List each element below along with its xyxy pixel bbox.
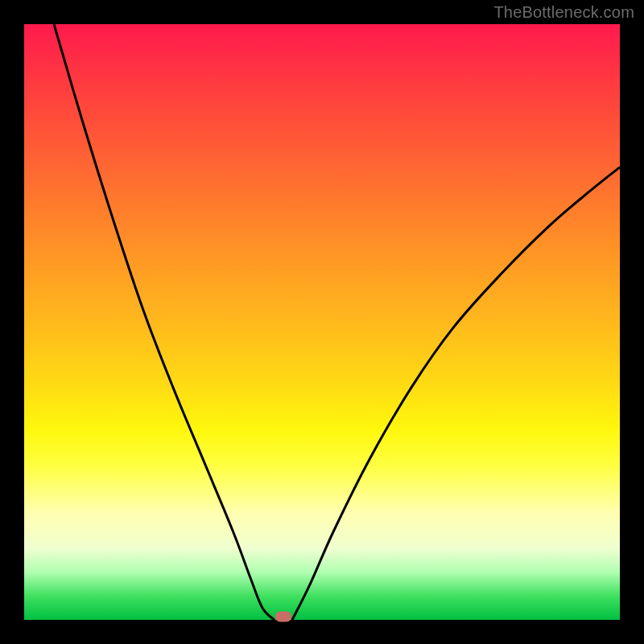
optimum-marker bbox=[275, 612, 291, 622]
plot-area bbox=[24, 24, 620, 620]
bottleneck-curve bbox=[24, 24, 620, 620]
curve-left-branch bbox=[54, 24, 275, 620]
curve-right-branch bbox=[292, 167, 620, 620]
watermark-text: TheBottleneck.com bbox=[493, 3, 634, 22]
chart-frame: TheBottleneck.com bbox=[0, 0, 644, 644]
